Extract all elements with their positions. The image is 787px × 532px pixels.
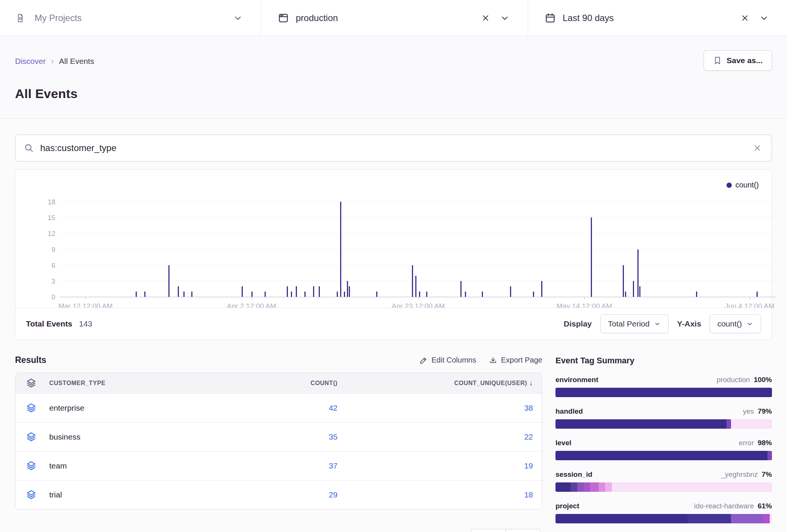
breadcrumb-separator-icon: › — [51, 56, 54, 66]
pagination-previous-button[interactable] — [471, 529, 506, 532]
environment-filter-clear[interactable] — [480, 12, 492, 24]
edit-columns-button[interactable]: Edit Columns — [419, 356, 476, 364]
tag-bar-handled[interactable] — [555, 419, 772, 429]
date-range-filter[interactable]: Last 90 days — [528, 0, 787, 36]
layers-icon — [26, 490, 36, 500]
tag-bar-segment — [584, 482, 590, 492]
tag-bar-segment — [731, 514, 763, 523]
legend-count[interactable]: count() — [726, 181, 759, 189]
tag-bar-segment — [555, 419, 726, 429]
yaxis-dropdown[interactable]: count() — [710, 314, 761, 333]
chart-bar — [340, 202, 341, 297]
tag-bar-segment — [555, 451, 767, 460]
export-page-button[interactable]: Export Page — [489, 356, 542, 364]
tag-bar-segment — [726, 419, 731, 429]
chart-bar — [313, 286, 314, 297]
page-title: All Events — [15, 86, 772, 101]
chart-bar — [637, 249, 639, 297]
cell-count-link[interactable]: 37 — [329, 461, 338, 470]
date-range-filter-chevron[interactable] — [758, 12, 770, 24]
cell-count-link[interactable]: 35 — [329, 432, 338, 441]
environment-filter-chevron[interactable] — [498, 12, 511, 24]
yaxis-label: Y-Axis — [677, 319, 701, 328]
tag-item-session-id: session_id _yeghrsbnz 7% — [555, 470, 772, 492]
chart-bar — [319, 286, 320, 297]
environment-icon — [278, 12, 289, 24]
table-header-row: CUSTOMER_TYPE COUNT() COUNT_UNIQUE(USER)… — [15, 373, 542, 393]
table-row: business 35 22 — [15, 422, 542, 451]
chart-footer: Total Events 143 Display Total Period Y-… — [15, 308, 772, 340]
tag-bar-segment — [687, 514, 731, 523]
y-axis-label: 6 — [51, 262, 55, 269]
chart-bar — [696, 292, 697, 297]
event-tag-summary: Event Tag Summary environment production… — [555, 355, 772, 523]
chart-bar — [639, 286, 640, 297]
layers-icon — [26, 432, 36, 442]
search-icon — [24, 143, 34, 153]
date-range-filter-clear[interactable] — [739, 12, 751, 24]
layers-icon — [26, 403, 36, 413]
environment-filter[interactable]: production — [261, 0, 528, 36]
calendar-icon — [545, 12, 556, 24]
cell-count-link[interactable]: 29 — [329, 490, 338, 499]
cell-customer-type[interactable]: business — [49, 432, 80, 441]
cell-customer-type[interactable]: team — [49, 461, 67, 470]
tag-bar-level[interactable] — [555, 451, 772, 460]
save-as-button[interactable]: Save as... — [704, 50, 772, 71]
cell-customer-type[interactable]: trial — [49, 490, 62, 499]
tag-bar-session-id[interactable] — [555, 482, 772, 492]
display-label: Display — [564, 319, 592, 328]
project-selector[interactable]: My Projects — [0, 0, 261, 36]
tag-bar-project[interactable] — [555, 514, 772, 523]
chart-bar — [419, 292, 420, 297]
chart-bar — [460, 281, 462, 297]
page-header: Discover › All Events Save as... All Eve… — [0, 36, 787, 119]
chart-plot: Mar 12 12:00 AMApr 2 12:00 AMApr 23 12:0… — [60, 202, 775, 297]
cell-count-unique-link[interactable]: 19 — [524, 461, 533, 470]
export-page-label: Export Page — [501, 356, 542, 364]
cell-count-unique-link[interactable]: 38 — [524, 404, 533, 412]
total-events-value: 143 — [79, 319, 92, 328]
tag-bar-segment — [767, 451, 772, 460]
breadcrumb-discover-link[interactable]: Discover — [15, 57, 46, 66]
layers-icon — [26, 461, 36, 471]
results-heading: Results — [15, 355, 46, 365]
display-dropdown[interactable]: Total Period — [600, 314, 669, 333]
column-header-count[interactable]: COUNT() — [221, 380, 338, 387]
chart-bar — [465, 292, 466, 297]
column-header-customer-type[interactable]: CUSTOMER_TYPE — [15, 378, 221, 388]
cell-count-unique-link[interactable]: 18 — [524, 490, 533, 499]
sort-desc-icon: ↓ — [530, 379, 533, 387]
tag-bar-segment — [571, 482, 577, 492]
tag-bar-environment[interactable] — [555, 388, 772, 397]
y-axis-label: 12 — [48, 230, 55, 237]
global-filter-bar: My Projects production Last 90 da — [0, 0, 787, 36]
table-row: enterprise 42 38 — [15, 393, 542, 422]
project-selector-chevron[interactable] — [232, 12, 244, 24]
pagination-next-button[interactable] — [506, 529, 541, 532]
tag-item-handled: handled yes 79% — [555, 407, 772, 429]
chart-bar — [541, 281, 542, 297]
chart-bar — [623, 265, 624, 297]
tag-bar-segment — [590, 482, 599, 492]
cell-count-link[interactable]: 42 — [329, 404, 338, 412]
chart-bar — [591, 218, 592, 297]
search-clear-icon[interactable] — [751, 142, 763, 154]
save-as-label: Save as... — [726, 56, 763, 65]
yaxis-dropdown-value: count() — [717, 319, 742, 328]
tag-bar-segment — [577, 482, 584, 492]
layers-icon — [26, 378, 36, 388]
tag-bar-segment — [555, 388, 772, 397]
tag-bar-segment — [555, 514, 687, 523]
chart-bar — [191, 292, 192, 297]
chart-bar — [633, 281, 634, 297]
chart-bar — [415, 276, 416, 297]
edit-columns-label: Edit Columns — [431, 356, 476, 364]
download-icon — [489, 356, 497, 364]
chart-bar — [265, 292, 266, 297]
breadcrumb-current: All Events — [59, 57, 94, 66]
column-header-count-unique-user[interactable]: COUNT_UNIQUE(USER) ↓ — [338, 379, 533, 387]
search-input[interactable] — [40, 143, 745, 153]
cell-count-unique-link[interactable]: 22 — [524, 432, 533, 441]
cell-customer-type[interactable]: enterprise — [49, 404, 84, 413]
